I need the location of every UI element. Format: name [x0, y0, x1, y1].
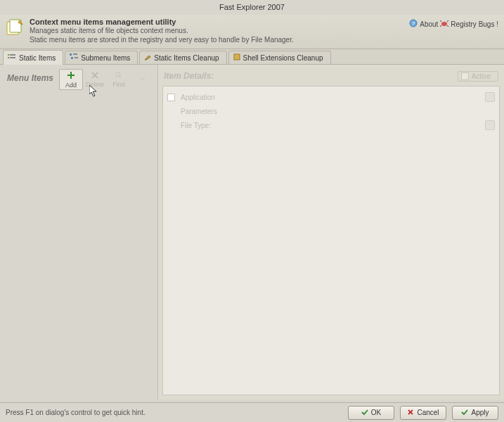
active-label: Active	[472, 72, 491, 80]
tab-label: Shell Extensions Cleanup	[243, 54, 323, 62]
find-button: Find	[107, 69, 131, 90]
tab-submenu-items[interactable]: Submenu Items	[65, 51, 138, 64]
header-desc1: Manages static items of file objects con…	[30, 26, 409, 35]
svg-rect-15	[71, 57, 73, 59]
apply-label: Apply	[471, 409, 489, 416]
header-text: Context menu items management utility Ma…	[30, 18, 409, 44]
right-panel-header: Item Details: Active	[158, 65, 504, 86]
apply-button[interactable]: Apply	[452, 406, 498, 420]
workspace: Menu Items Add Delete Find	[0, 65, 504, 399]
cancel-label: Cancel	[417, 409, 439, 416]
parameters-label: Parameters	[178, 108, 227, 115]
find-label: Find	[112, 81, 125, 88]
parameters-row: Parameters	[167, 105, 495, 117]
svg-rect-14	[73, 53, 77, 55]
svg-rect-13	[70, 53, 72, 56]
add-button[interactable]: Add	[59, 69, 83, 90]
about-label: About	[420, 20, 438, 28]
about-link[interactable]: ? About	[409, 19, 438, 29]
ok-label: OK	[371, 409, 381, 416]
svg-rect-19	[67, 75, 75, 76]
svg-text:?: ?	[412, 20, 415, 27]
application-label: Application	[178, 94, 227, 101]
tab-label: Static Items	[19, 54, 56, 62]
left-panel-header: Menu Items Add Delete Find	[0, 65, 157, 90]
delete-button: Delete	[83, 69, 107, 90]
tab-label: Static Items Cleanup	[154, 54, 219, 62]
left-panel: Menu Items Add Delete Find	[0, 65, 158, 399]
x-icon	[91, 72, 98, 81]
tab-static-items[interactable]: Static Items	[3, 50, 63, 65]
apply-icon	[461, 409, 468, 417]
browse-app-button	[485, 92, 495, 102]
application-row: Application	[167, 91, 495, 103]
registry-bugs-link[interactable]: Registry Bugs !	[440, 19, 498, 29]
plus-icon	[67, 71, 75, 82]
menu-items-list[interactable]	[0, 90, 157, 399]
tab-static-cleanup[interactable]: Static Items Cleanup	[139, 51, 226, 64]
svg-line-7	[440, 25, 441, 27]
svg-rect-17	[234, 54, 240, 60]
tab-shell-cleanup[interactable]: Shell Extensions Cleanup	[228, 51, 331, 64]
cancel-icon	[407, 409, 414, 417]
svg-rect-12	[10, 57, 15, 58]
svg-line-5	[440, 20, 441, 22]
search-icon	[115, 72, 122, 81]
svg-point-4	[441, 22, 447, 26]
list-icon	[8, 53, 16, 62]
header: Context menu items management utility Ma…	[0, 15, 504, 49]
tabs: Static Items Submenu Items Static Items …	[0, 49, 504, 65]
delete-label: Delete	[86, 81, 104, 88]
svg-rect-11	[8, 57, 9, 58]
bugs-label: Registry Bugs !	[451, 20, 498, 28]
bug-icon	[440, 19, 448, 29]
application-checkbox	[167, 94, 175, 101]
svg-line-8	[447, 25, 448, 27]
broom-icon	[144, 53, 151, 62]
header-desc2: Static menu items are stored in the regi…	[30, 35, 409, 44]
app-icon	[6, 19, 25, 39]
item-details-heading: Item Details:	[164, 71, 458, 81]
add-label: Add	[65, 82, 77, 89]
header-title: Context menu items management utility	[30, 18, 409, 26]
right-panel: Item Details: Active Application Paramet…	[158, 65, 504, 399]
svg-rect-9	[8, 54, 9, 56]
left-toolbar: Add Delete Find	[59, 69, 155, 90]
cancel-button[interactable]: Cancel	[400, 406, 446, 420]
svg-rect-16	[75, 57, 78, 58]
active-checkbox: Active	[458, 71, 498, 82]
tab-label: Submenu Items	[81, 54, 130, 62]
checkbox-icon	[461, 72, 469, 80]
svg-line-21	[119, 76, 122, 78]
window-title: Fast Explorer 2007	[219, 3, 285, 11]
more-button	[131, 69, 155, 90]
filetype-picker-button	[485, 120, 495, 130]
shell-icon	[233, 53, 240, 62]
item-details-body: Application Parameters File Type:	[162, 86, 500, 395]
filetype-label: File Type:	[178, 122, 227, 129]
status-hint: Press F1 on dialog's control to get quic…	[6, 409, 342, 416]
menu-items-heading: Menu Items	[7, 69, 59, 83]
filetype-row: File Type:	[167, 119, 495, 132]
check-icon	[361, 409, 368, 417]
title-bar: Fast Explorer 2007	[0, 0, 504, 15]
svg-rect-10	[10, 54, 15, 56]
question-icon: ?	[409, 19, 418, 29]
status-bar: Press F1 on dialog's control to get quic…	[0, 402, 504, 422]
header-links: ? About Registry Bugs !	[409, 18, 498, 32]
chevron-icon	[140, 75, 146, 84]
tree-icon	[70, 53, 78, 62]
svg-line-6	[447, 20, 448, 22]
ok-button[interactable]: OK	[348, 406, 394, 420]
